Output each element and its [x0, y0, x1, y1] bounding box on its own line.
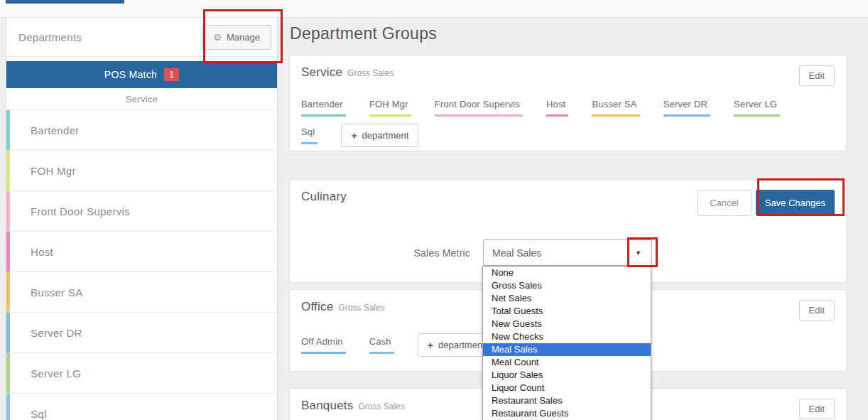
dropdown-option[interactable]: Gross Sales [483, 279, 651, 292]
department-chip: Host [546, 99, 569, 117]
culinary-card-title: Culinary [301, 190, 347, 204]
department-chip: Cash [369, 336, 394, 354]
department-name: Busser SA [31, 286, 83, 298]
pos-match-badge: 1 [164, 68, 179, 81]
service-card-title-group: ServiceGross Sales [301, 65, 394, 80]
dropdown-option[interactable]: None [483, 266, 651, 279]
culinary-card-header: Culinary Cancel Save Changes [301, 190, 835, 216]
dropdown-option[interactable]: New Guests [483, 318, 651, 330]
save-changes-button[interactable]: Save Changes [756, 190, 835, 216]
department-list-item[interactable]: Front Door Supervis [6, 191, 277, 232]
page: Departments ⚙ Manage POS Match 1 Service… [0, 0, 868, 420]
service-card-metric: Gross Sales [347, 68, 394, 78]
department-list-item[interactable]: Sql [6, 394, 277, 420]
sales-metric-row: Sales Metric Meal Sales ▼ [301, 239, 652, 266]
dropdown-option[interactable]: Restaurant Guests [483, 407, 651, 420]
banquets-card-metric: Gross Sales [358, 402, 404, 411]
department-chip: Off Admin [301, 336, 346, 354]
department-chip: Server DR [663, 99, 710, 117]
office-edit-button[interactable]: Edit [799, 300, 835, 321]
banquets-card-title-group: BanquetsGross Sales [301, 399, 405, 413]
active-tab-indicator[interactable] [6, 0, 124, 4]
sales-metric-label: Sales Metric [301, 247, 483, 259]
office-card-title: Office [301, 300, 333, 313]
dropdown-option-selected[interactable]: Meal Sales [483, 343, 651, 356]
service-card-header: ServiceGross Sales Edit [301, 65, 835, 86]
department-chip: Bartender [301, 99, 346, 117]
department-name: Server LG [31, 367, 81, 379]
department-list-item[interactable]: Busser SA [6, 272, 277, 313]
department-name: Server DR [31, 327, 82, 339]
department-list-item[interactable]: FOH Mgr [6, 151, 277, 191]
sidebar-group-header: Service [6, 88, 277, 110]
department-chip: Server LG [734, 99, 780, 117]
dropdown-option[interactable]: Meal Count [483, 356, 651, 369]
service-card-title: Service [301, 65, 342, 79]
gear-icon: ⚙ [213, 33, 222, 42]
main-content: Department Groups ServiceGross Sales Edi… [289, 0, 847, 420]
department-list-item[interactable]: Host [6, 232, 277, 272]
department-chip: Front Door Supervis [435, 99, 523, 117]
department-list-item[interactable]: Server DR [6, 313, 277, 353]
chevron-down-icon: ▼ [635, 249, 641, 257]
departments-panel: Departments ⚙ Manage POS Match 1 Service… [6, 18, 278, 420]
dropdown-option[interactable]: Net Sales [483, 292, 651, 305]
culinary-actions: Cancel Save Changes [697, 190, 835, 216]
department-list-item[interactable]: Server LG [6, 353, 277, 394]
service-chips-row: Bartender FOH Mgr Front Door Supervis Ho… [301, 99, 835, 117]
office-card-metric: Gross Sales [338, 303, 384, 313]
departments-title: Departments [18, 31, 82, 43]
cancel-button[interactable]: Cancel [697, 190, 751, 216]
service-card: ServiceGross Sales Edit Bartender FOH Mg… [289, 55, 847, 151]
sales-metric-select[interactable]: Meal Sales ▼ [483, 239, 652, 266]
dropdown-option[interactable]: Liquor Sales [483, 369, 651, 382]
pos-match-label: POS Match [104, 69, 157, 80]
banquets-card-title: Banquets [301, 399, 353, 412]
dropdown-option[interactable]: Total Guests [483, 305, 651, 318]
departments-panel-header: Departments ⚙ Manage [6, 18, 277, 57]
dropdown-option[interactable]: New Checks [483, 330, 651, 343]
sales-metric-selected-value: Meal Sales [492, 247, 541, 259]
department-name: Host [31, 246, 53, 258]
office-card-title-group: OfficeGross Sales [301, 300, 385, 314]
department-list-item[interactable]: Bartender [6, 110, 277, 151]
department-chip: FOH Mgr [369, 99, 411, 117]
department-list: Bartender FOH Mgr Front Door Supervis Ho… [6, 110, 277, 420]
banquets-edit-button[interactable]: Edit [799, 399, 835, 419]
dropdown-option[interactable]: Restaurant Sales [483, 394, 651, 407]
add-department-label: department [362, 130, 409, 141]
manage-button[interactable]: ⚙ Manage [202, 25, 271, 50]
dropdown-option[interactable]: Liquor Count [483, 382, 651, 394]
department-chip: Busser SA [592, 99, 639, 117]
pos-match-bar[interactable]: POS Match 1 [6, 61, 277, 88]
manage-button-label: Manage [227, 32, 260, 43]
department-name: Bartender [31, 124, 80, 136]
department-name: FOH Mgr [31, 165, 76, 177]
sales-metric-listbox: None Gross Sales Net Sales Total Guests … [482, 266, 651, 420]
plus-icon: + [351, 131, 357, 141]
department-name: Front Door Supervis [31, 205, 130, 217]
add-department-button[interactable]: + department [341, 124, 418, 147]
service-edit-button[interactable]: Edit [799, 65, 835, 86]
department-chip: Sql [301, 126, 318, 144]
add-department-label: department [438, 340, 485, 350]
plus-icon: + [428, 340, 433, 350]
department-name: Sql [31, 408, 47, 420]
page-title: Department Groups [290, 24, 437, 43]
service-chips-row-2: Sql + department [301, 124, 835, 147]
